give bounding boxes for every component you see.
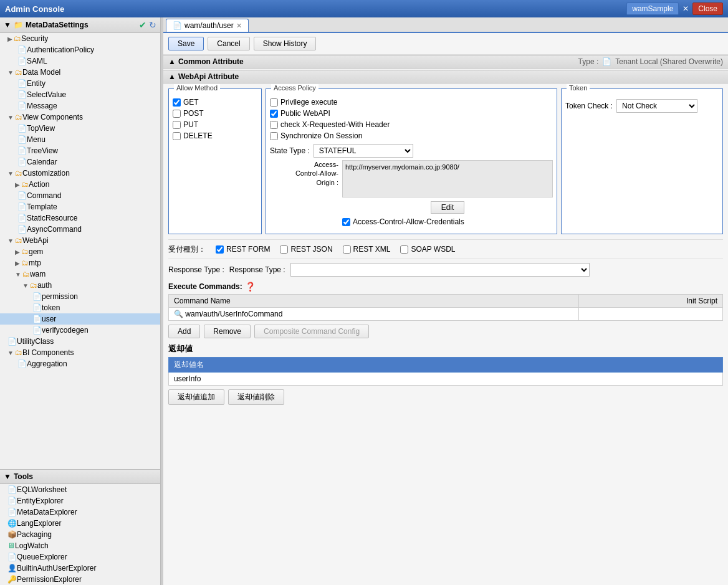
tree-item-message[interactable]: 📄 Message bbox=[0, 100, 160, 112]
soapwsdl-checkbox[interactable] bbox=[400, 245, 408, 254]
method-post-checkbox[interactable] bbox=[173, 110, 181, 118]
tree-label: Calendar bbox=[27, 158, 57, 166]
state-type-select[interactable]: STATEFUL STATELESS bbox=[314, 144, 413, 158]
tool-item-eqlworksheet[interactable]: 📄 EQLWorksheet bbox=[0, 484, 160, 495]
commands-buttons: Add Remove Composite Command Config bbox=[168, 325, 723, 338]
tree-label: SelectValue bbox=[27, 90, 66, 99]
synchronize-checkbox[interactable] bbox=[270, 132, 278, 140]
edit-button[interactable]: Edit bbox=[431, 201, 465, 214]
tool-item-queueexplorer[interactable]: 📄 QueueExplorer bbox=[0, 551, 160, 563]
tree-item-customization[interactable]: ▼ 🗂 Customization bbox=[0, 168, 160, 179]
credentials-checkbox[interactable] bbox=[342, 218, 350, 226]
col-init-script: Init Script bbox=[579, 295, 723, 308]
response-type-select[interactable] bbox=[290, 263, 590, 277]
add-return-button[interactable]: 返却値追加 bbox=[168, 389, 224, 405]
file-icon: 📄 bbox=[17, 135, 27, 144]
check-icon[interactable]: ✔ bbox=[139, 20, 146, 30]
tab-close-icon[interactable]: ✕ bbox=[236, 22, 242, 30]
close-button[interactable]: Close bbox=[692, 2, 723, 15]
add-command-button[interactable]: Add bbox=[168, 325, 200, 338]
tree-item-staticresource[interactable]: 📄 StaticResource bbox=[0, 212, 160, 224]
method-post-label: POST bbox=[183, 109, 204, 118]
tree-item-command[interactable]: 📄 Command bbox=[0, 190, 160, 201]
tree-item-saml[interactable]: 📄 SAML bbox=[0, 55, 160, 67]
tree-item-gem[interactable]: ▶ 🗂 gem bbox=[0, 246, 160, 257]
tool-item-permissionexplorer[interactable]: 🔑 PermissionExplorer bbox=[0, 574, 160, 585]
tree-item-wam[interactable]: ▼ 🗂 wam bbox=[0, 269, 160, 280]
tree-item-bicomponents[interactable]: ▼ 🗂 BI Components bbox=[0, 347, 160, 358]
tree-item-treeview[interactable]: 📄 TreeView bbox=[0, 145, 160, 156]
webapi-attribute-bar[interactable]: ▲ WebApi Attribute bbox=[163, 70, 728, 83]
monitor-icon: 🖥 bbox=[7, 541, 15, 550]
tree-label: wam bbox=[30, 270, 46, 278]
user-menu-button[interactable]: wamSample bbox=[626, 2, 679, 15]
publicwebapi-checkbox[interactable] bbox=[270, 110, 278, 118]
method-delete-checkbox[interactable] bbox=[173, 132, 181, 140]
folder-icon: 🗂 bbox=[15, 68, 22, 77]
refresh-icon[interactable]: ↻ bbox=[149, 20, 156, 30]
tool-item-metadataexplorer[interactable]: 📄 MetaDataExplorer bbox=[0, 507, 160, 518]
tree-item-authpolicy[interactable]: 📄 AuthenticationPolicy bbox=[0, 44, 160, 55]
privilege-checkbox[interactable] bbox=[270, 98, 278, 107]
method-put-checkbox[interactable] bbox=[173, 121, 181, 129]
tree-item-asynccommand[interactable]: 📄 AsyncCommand bbox=[0, 224, 160, 235]
method-delete-label: DELETE bbox=[183, 131, 213, 140]
tool-item-langexplorer[interactable]: 🌐 LangExplorer bbox=[0, 518, 160, 529]
tree-item-auth[interactable]: ▼ 🗂 auth bbox=[0, 280, 160, 291]
tree-item-entity[interactable]: 📄 Entity bbox=[0, 78, 160, 89]
title-bar-controls: wamSample ✕ Close bbox=[626, 2, 723, 15]
tool-item-entityexplorer[interactable]: 📄 EntityExplorer bbox=[0, 495, 160, 507]
common-attribute-bar[interactable]: ▲ Common Attribute Type : 📄 Tenant Local… bbox=[163, 55, 728, 69]
remove-command-button[interactable]: Remove bbox=[204, 325, 251, 338]
tree-item-webapi[interactable]: ▼ 🗂 WebApi bbox=[0, 235, 160, 246]
help-icon[interactable]: ❓ bbox=[245, 282, 256, 292]
file-icon: 📄 bbox=[17, 124, 27, 133]
tree-item-topview[interactable]: 📄 TopView bbox=[0, 123, 160, 134]
tree-item-verifycodegen[interactable]: 📄 verifycodegen bbox=[0, 325, 160, 336]
tool-item-packaging[interactable]: 📦 Packaging bbox=[0, 529, 160, 540]
tree-label: BuiltinAuthUserExplorer bbox=[17, 564, 96, 573]
tree-item-action[interactable]: ▶ 🗂 Action bbox=[0, 179, 160, 190]
remove-return-button[interactable]: 返却値削除 bbox=[228, 389, 284, 405]
folder-icon: 🗂 bbox=[21, 180, 29, 189]
tree-item-template[interactable]: 📄 Template bbox=[0, 201, 160, 212]
composite-command-button[interactable]: Composite Command Config bbox=[254, 325, 369, 338]
tree-label: Command bbox=[27, 191, 61, 200]
tree-item-mtp[interactable]: ▶ 🗂 mtp bbox=[0, 257, 160, 269]
tree-item-selectvalue[interactable]: 📄 SelectValue bbox=[0, 89, 160, 100]
tools-header[interactable]: ▼ Tools bbox=[0, 470, 160, 484]
tab-user[interactable]: 📄 wam/auth/user ✕ bbox=[166, 19, 249, 32]
tree-label: auth bbox=[37, 281, 52, 290]
tool-item-logwatch[interactable]: 🖥 LogWatch bbox=[0, 540, 160, 551]
tree-item-menu[interactable]: 📄 Menu bbox=[0, 134, 160, 145]
tool-item-builtinauth[interactable]: 👤 BuiltinAuthUserExplorer bbox=[0, 563, 160, 574]
tree-item-security[interactable]: ▶ 🗂 Security bbox=[0, 33, 160, 44]
file-icon: 📄 bbox=[17, 90, 27, 99]
tree-item-viewcomponents[interactable]: ▼ 🗂 View Components bbox=[0, 112, 160, 123]
tree-item-calendar[interactable]: 📄 Calendar bbox=[0, 156, 160, 168]
token-check-select[interactable]: Not Check Check bbox=[616, 99, 697, 113]
access-control-textarea[interactable]: http://myserver.mydomain.co.jp:9080/ bbox=[342, 160, 553, 197]
synchronize-row: Synchronize On Session bbox=[270, 130, 553, 141]
restjson-checkbox[interactable] bbox=[280, 245, 288, 254]
restform-checkbox[interactable] bbox=[216, 245, 224, 254]
tree-item-utilityclass[interactable]: 📄 UtilityClass bbox=[0, 336, 160, 347]
file-icon: 📄 bbox=[17, 158, 27, 166]
restxml-checkbox[interactable] bbox=[343, 245, 351, 254]
checkxrequested-checkbox[interactable] bbox=[270, 121, 278, 129]
sidebar-metadata-header[interactable]: ▼ 📁 MetaDataSettings ✔ ↻ bbox=[0, 17, 160, 33]
title-bar: Admin Console wamSample ✕ Close bbox=[0, 0, 728, 17]
cancel-button[interactable]: Cancel bbox=[208, 37, 249, 50]
tree-label: View Components bbox=[22, 113, 83, 121]
tree-item-user[interactable]: 📄 user bbox=[0, 313, 160, 325]
file-icon: 📄 bbox=[17, 191, 27, 200]
show-history-button[interactable]: Show History bbox=[254, 37, 317, 50]
privilege-row: Privilege execute bbox=[270, 97, 553, 108]
method-get-checkbox[interactable] bbox=[173, 98, 181, 107]
tree-item-datamodel[interactable]: ▼ 🗂 Data Model bbox=[0, 67, 160, 78]
tree-item-permission[interactable]: 📄 permission bbox=[0, 291, 160, 302]
tree-item-token[interactable]: 📄 token bbox=[0, 302, 160, 313]
access-policy-title: Access Policy bbox=[271, 84, 318, 92]
tree-item-aggregation[interactable]: 📄 Aggregation bbox=[0, 358, 160, 369]
save-button[interactable]: Save bbox=[168, 37, 204, 50]
